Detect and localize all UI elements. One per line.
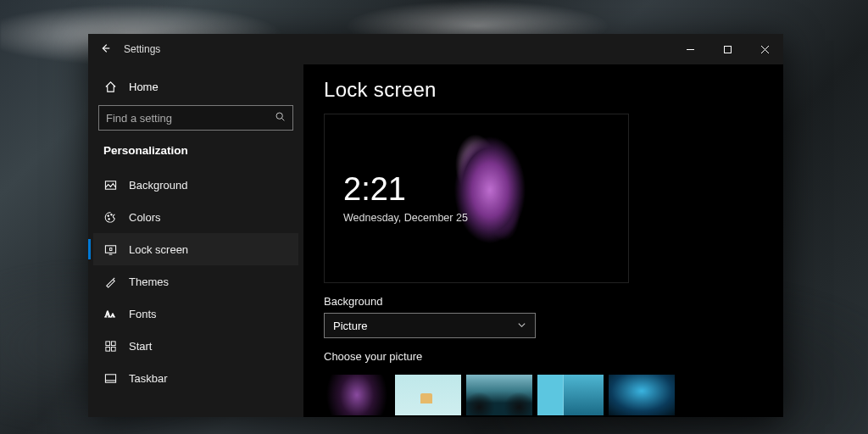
sidebar-home-label: Home — [129, 81, 159, 93]
sidebar-item-themes[interactable]: Themes — [93, 265, 298, 298]
sidebar-nav: Background Colors Lock screen — [93, 169, 298, 394]
minimize-button[interactable] — [671, 34, 709, 64]
search-box[interactable] — [98, 105, 293, 131]
svg-rect-7 — [109, 248, 111, 250]
choose-picture-label: Choose your picture — [324, 350, 763, 363]
window-title: Settings — [122, 43, 160, 55]
sidebar-item-taskbar[interactable]: Taskbar — [93, 362, 298, 394]
svg-point-5 — [110, 214, 112, 215]
svg-rect-0 — [724, 46, 731, 53]
fonts-icon: AA — [103, 308, 117, 320]
sidebar-item-lock-screen[interactable]: Lock screen — [93, 233, 298, 265]
svg-rect-11 — [111, 341, 115, 345]
close-button[interactable] — [746, 34, 783, 64]
picture-thumbnails — [324, 375, 763, 415]
home-icon — [103, 81, 117, 93]
svg-point-3 — [107, 214, 108, 216]
sidebar-home[interactable]: Home — [93, 71, 298, 102]
lock-screen-preview: 2:21 Wednesday, December 25 — [324, 114, 629, 283]
svg-rect-13 — [111, 347, 115, 351]
svg-point-4 — [108, 218, 109, 220]
preview-time: 2:21 — [343, 173, 468, 205]
arrow-left-icon — [99, 42, 111, 57]
preview-date: Wednesday, December 25 — [343, 212, 468, 224]
maximize-button[interactable] — [709, 34, 746, 64]
lock-screen-icon — [103, 243, 117, 256]
background-label: Background — [324, 295, 763, 308]
svg-text:A: A — [110, 312, 114, 319]
sidebar-item-label: Themes — [129, 275, 169, 288]
page-title: Lock screen — [324, 78, 763, 102]
sidebar-item-label: Taskbar — [129, 372, 168, 385]
svg-rect-6 — [105, 245, 115, 252]
start-icon — [103, 340, 117, 353]
sidebar-item-label: Fonts — [129, 308, 157, 320]
sidebar-item-fonts[interactable]: AA Fonts — [93, 298, 298, 330]
settings-window: Settings Home — [88, 34, 783, 417]
svg-point-1 — [276, 113, 282, 119]
dropdown-value: Picture — [333, 320, 367, 332]
sidebar-category-label: Personalization — [93, 139, 298, 169]
sidebar: Home Personalization Background — [88, 64, 303, 417]
window-controls — [671, 34, 783, 64]
svg-rect-12 — [105, 347, 109, 351]
picture-thumbnail[interactable] — [466, 375, 532, 415]
svg-rect-14 — [105, 374, 115, 381]
sidebar-item-label: Colors — [129, 211, 161, 224]
svg-rect-10 — [105, 341, 109, 345]
svg-text:A: A — [104, 309, 110, 319]
titlebar: Settings — [88, 34, 783, 64]
content-panel: Lock screen 2:21 Wednesday, December 25 … — [303, 64, 783, 417]
sidebar-item-label: Lock screen — [129, 243, 188, 256]
chevron-down-icon — [517, 320, 526, 331]
background-dropdown[interactable]: Picture — [324, 313, 536, 338]
picture-thumbnail[interactable] — [395, 375, 461, 415]
picture-icon — [103, 179, 117, 192]
window-body: Home Personalization Background — [88, 64, 783, 417]
back-button[interactable] — [88, 34, 122, 64]
taskbar-icon — [103, 372, 117, 385]
sidebar-item-colors[interactable]: Colors — [93, 201, 298, 233]
picture-thumbnail[interactable] — [537, 375, 604, 415]
picture-thumbnail[interactable] — [609, 375, 675, 415]
search-icon — [275, 111, 286, 125]
picture-thumbnail[interactable] — [324, 375, 390, 415]
palette-icon — [103, 211, 117, 224]
sidebar-item-label: Start — [129, 340, 152, 353]
sidebar-item-start[interactable]: Start — [93, 330, 298, 362]
sidebar-item-label: Background — [129, 179, 187, 192]
themes-icon — [103, 275, 117, 288]
search-input[interactable] — [106, 112, 275, 125]
sidebar-item-background[interactable]: Background — [93, 169, 298, 201]
